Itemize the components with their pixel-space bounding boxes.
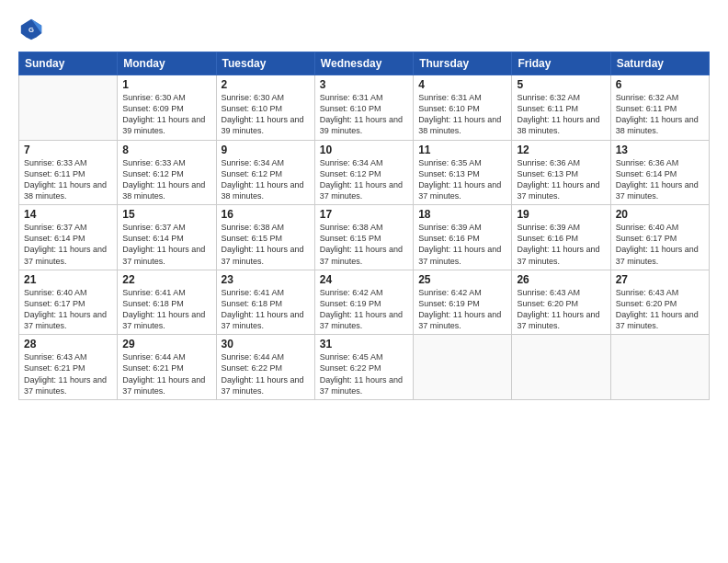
calendar-day-cell: 15Sunrise: 6:37 AMSunset: 6:14 PMDayligh… bbox=[118, 205, 216, 270]
calendar-day-cell: 9Sunrise: 6:34 AMSunset: 6:12 PMDaylight… bbox=[216, 140, 314, 205]
calendar-day-cell: 13Sunrise: 6:36 AMSunset: 6:14 PMDayligh… bbox=[610, 140, 709, 205]
calendar-day-header: Sunday bbox=[19, 52, 118, 75]
day-number: 14 bbox=[24, 208, 112, 221]
day-number: 3 bbox=[320, 78, 408, 91]
day-info: Sunrise: 6:32 AMSunset: 6:11 PMDaylight:… bbox=[616, 92, 704, 137]
calendar-day-cell: 17Sunrise: 6:38 AMSunset: 6:15 PMDayligh… bbox=[314, 205, 413, 270]
day-number: 22 bbox=[122, 273, 210, 286]
day-number: 2 bbox=[222, 78, 310, 91]
calendar-day-cell: 5Sunrise: 6:32 AMSunset: 6:11 PMDaylight… bbox=[512, 75, 610, 141]
day-number: 24 bbox=[320, 273, 408, 286]
svg-text:G: G bbox=[28, 26, 34, 34]
day-number: 20 bbox=[616, 208, 704, 221]
calendar-week-row: 7Sunrise: 6:33 AMSunset: 6:11 PMDaylight… bbox=[19, 140, 710, 205]
calendar-table: SundayMondayTuesdayWednesdayThursdayFrid… bbox=[18, 52, 710, 400]
day-number: 15 bbox=[122, 208, 210, 221]
calendar-week-row: 28Sunrise: 6:43 AMSunset: 6:21 PMDayligh… bbox=[19, 335, 710, 400]
day-info: Sunrise: 6:32 AMSunset: 6:11 PMDaylight:… bbox=[517, 92, 605, 137]
day-number: 1 bbox=[122, 78, 210, 91]
page: G SundayMondayTuesdayWednesdayThursdayFr… bbox=[0, 0, 728, 563]
day-number: 27 bbox=[616, 273, 704, 286]
day-info: Sunrise: 6:30 AMSunset: 6:10 PMDaylight:… bbox=[222, 92, 310, 137]
day-number: 12 bbox=[517, 144, 605, 156]
day-info: Sunrise: 6:36 AMSunset: 6:14 PMDaylight:… bbox=[616, 157, 704, 202]
day-info: Sunrise: 6:37 AMSunset: 6:14 PMDaylight:… bbox=[24, 222, 112, 267]
day-info: Sunrise: 6:44 AMSunset: 6:22 PMDaylight:… bbox=[222, 351, 310, 396]
day-number: 17 bbox=[320, 208, 408, 221]
generalblue-icon: G bbox=[18, 17, 44, 42]
day-info: Sunrise: 6:43 AMSunset: 6:20 PMDaylight:… bbox=[616, 287, 704, 332]
day-number: 31 bbox=[320, 338, 408, 350]
day-number: 4 bbox=[418, 78, 506, 91]
calendar-day-cell: 1Sunrise: 6:30 AMSunset: 6:09 PMDaylight… bbox=[118, 75, 216, 141]
day-info: Sunrise: 6:31 AMSunset: 6:10 PMDaylight:… bbox=[320, 92, 408, 137]
calendar-day-cell: 24Sunrise: 6:42 AMSunset: 6:19 PMDayligh… bbox=[314, 270, 413, 335]
calendar-day-cell: 19Sunrise: 6:39 AMSunset: 6:16 PMDayligh… bbox=[512, 205, 610, 270]
calendar-day-cell: 11Sunrise: 6:35 AMSunset: 6:13 PMDayligh… bbox=[414, 140, 512, 205]
calendar-day-header: Friday bbox=[512, 52, 610, 75]
day-number: 10 bbox=[320, 144, 408, 156]
day-info: Sunrise: 6:37 AMSunset: 6:14 PMDaylight:… bbox=[122, 222, 210, 267]
day-number: 16 bbox=[222, 208, 310, 221]
day-number: 13 bbox=[616, 144, 704, 156]
day-info: Sunrise: 6:36 AMSunset: 6:13 PMDaylight:… bbox=[517, 157, 605, 202]
calendar-day-cell: 10Sunrise: 6:34 AMSunset: 6:12 PMDayligh… bbox=[314, 140, 413, 205]
day-number: 5 bbox=[517, 78, 605, 91]
calendar-week-row: 21Sunrise: 6:40 AMSunset: 6:17 PMDayligh… bbox=[19, 270, 710, 335]
day-info: Sunrise: 6:31 AMSunset: 6:10 PMDaylight:… bbox=[418, 92, 506, 137]
day-info: Sunrise: 6:38 AMSunset: 6:15 PMDaylight:… bbox=[222, 222, 310, 267]
day-info: Sunrise: 6:39 AMSunset: 6:16 PMDaylight:… bbox=[517, 222, 605, 267]
day-info: Sunrise: 6:34 AMSunset: 6:12 PMDaylight:… bbox=[320, 157, 408, 202]
calendar-day-header: Monday bbox=[118, 52, 216, 75]
day-number: 30 bbox=[222, 338, 310, 350]
calendar-day-cell: 20Sunrise: 6:40 AMSunset: 6:17 PMDayligh… bbox=[610, 205, 709, 270]
calendar-day-cell bbox=[414, 335, 512, 400]
day-info: Sunrise: 6:30 AMSunset: 6:09 PMDaylight:… bbox=[122, 92, 210, 137]
logo: G bbox=[18, 17, 48, 42]
calendar-day-cell: 22Sunrise: 6:41 AMSunset: 6:18 PMDayligh… bbox=[118, 270, 216, 335]
calendar-day-cell: 4Sunrise: 6:31 AMSunset: 6:10 PMDaylight… bbox=[414, 75, 512, 141]
calendar-day-cell: 23Sunrise: 6:41 AMSunset: 6:18 PMDayligh… bbox=[216, 270, 314, 335]
day-info: Sunrise: 6:38 AMSunset: 6:15 PMDaylight:… bbox=[320, 222, 408, 267]
calendar-day-cell: 12Sunrise: 6:36 AMSunset: 6:13 PMDayligh… bbox=[512, 140, 610, 205]
day-number: 6 bbox=[616, 78, 704, 91]
day-number: 29 bbox=[122, 338, 210, 350]
calendar-day-cell bbox=[610, 335, 709, 400]
calendar-day-header: Wednesday bbox=[314, 52, 413, 75]
calendar-day-cell: 30Sunrise: 6:44 AMSunset: 6:22 PMDayligh… bbox=[216, 335, 314, 400]
calendar-day-cell: 31Sunrise: 6:45 AMSunset: 6:22 PMDayligh… bbox=[314, 335, 413, 400]
day-info: Sunrise: 6:43 AMSunset: 6:21 PMDaylight:… bbox=[24, 351, 112, 396]
calendar-day-cell: 16Sunrise: 6:38 AMSunset: 6:15 PMDayligh… bbox=[216, 205, 314, 270]
day-info: Sunrise: 6:44 AMSunset: 6:21 PMDaylight:… bbox=[122, 351, 210, 396]
calendar-week-row: 14Sunrise: 6:37 AMSunset: 6:14 PMDayligh… bbox=[19, 205, 710, 270]
day-number: 26 bbox=[517, 273, 605, 286]
day-info: Sunrise: 6:41 AMSunset: 6:18 PMDaylight:… bbox=[122, 287, 210, 332]
day-info: Sunrise: 6:33 AMSunset: 6:11 PMDaylight:… bbox=[24, 157, 112, 202]
calendar-day-cell: 14Sunrise: 6:37 AMSunset: 6:14 PMDayligh… bbox=[19, 205, 118, 270]
day-info: Sunrise: 6:41 AMSunset: 6:18 PMDaylight:… bbox=[222, 287, 310, 332]
calendar-day-cell: 26Sunrise: 6:43 AMSunset: 6:20 PMDayligh… bbox=[512, 270, 610, 335]
header: G bbox=[18, 17, 710, 42]
day-number: 11 bbox=[418, 144, 506, 156]
calendar-day-cell: 29Sunrise: 6:44 AMSunset: 6:21 PMDayligh… bbox=[118, 335, 216, 400]
calendar-day-cell: 7Sunrise: 6:33 AMSunset: 6:11 PMDaylight… bbox=[19, 140, 118, 205]
calendar-day-cell: 6Sunrise: 6:32 AMSunset: 6:11 PMDaylight… bbox=[610, 75, 709, 141]
day-number: 19 bbox=[517, 208, 605, 221]
day-info: Sunrise: 6:35 AMSunset: 6:13 PMDaylight:… bbox=[418, 157, 506, 202]
calendar-day-cell: 18Sunrise: 6:39 AMSunset: 6:16 PMDayligh… bbox=[414, 205, 512, 270]
day-info: Sunrise: 6:33 AMSunset: 6:12 PMDaylight:… bbox=[122, 157, 210, 202]
day-number: 28 bbox=[24, 338, 112, 350]
calendar-day-cell: 27Sunrise: 6:43 AMSunset: 6:20 PMDayligh… bbox=[610, 270, 709, 335]
calendar-day-cell: 21Sunrise: 6:40 AMSunset: 6:17 PMDayligh… bbox=[19, 270, 118, 335]
day-info: Sunrise: 6:43 AMSunset: 6:20 PMDaylight:… bbox=[517, 287, 605, 332]
calendar-day-header: Saturday bbox=[610, 52, 709, 75]
calendar-day-header: Tuesday bbox=[216, 52, 314, 75]
calendar-day-cell bbox=[19, 75, 118, 141]
day-info: Sunrise: 6:39 AMSunset: 6:16 PMDaylight:… bbox=[418, 222, 506, 267]
day-number: 8 bbox=[122, 144, 210, 156]
day-number: 9 bbox=[222, 144, 310, 156]
day-info: Sunrise: 6:40 AMSunset: 6:17 PMDaylight:… bbox=[616, 222, 704, 267]
calendar-header-row: SundayMondayTuesdayWednesdayThursdayFrid… bbox=[19, 52, 710, 75]
day-number: 21 bbox=[24, 273, 112, 286]
calendar-day-cell: 3Sunrise: 6:31 AMSunset: 6:10 PMDaylight… bbox=[314, 75, 413, 141]
